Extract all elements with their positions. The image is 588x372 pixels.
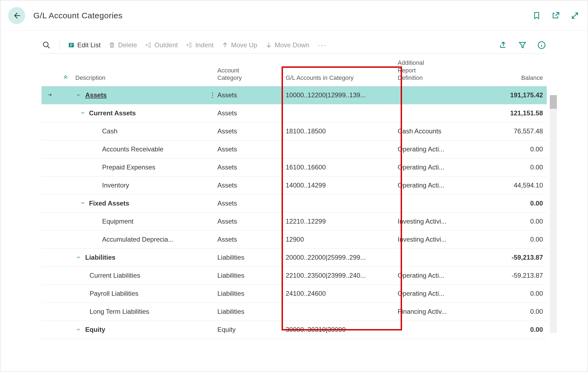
- description-cell[interactable]: Cash: [72, 122, 205, 140]
- chevron-down-icon[interactable]: [75, 254, 81, 260]
- chevron-down-icon[interactable]: [80, 200, 86, 206]
- edit-list-button[interactable]: Edit List: [68, 41, 101, 49]
- report-def-header[interactable]: Additional Report Definition: [394, 56, 465, 86]
- filter-button[interactable]: [518, 40, 527, 50]
- balance-cell[interactable]: 121,151.58: [465, 104, 547, 122]
- report-def-cell[interactable]: Cash Accounts: [394, 122, 465, 140]
- balance-cell[interactable]: -59,213.87: [465, 266, 547, 285]
- description-cell[interactable]: Inventory: [72, 176, 205, 194]
- report-def-cell[interactable]: [394, 248, 465, 266]
- table-row[interactable]: Accounts ReceivableAssetsOperating Acti.…: [42, 140, 547, 158]
- category-cell[interactable]: Equity: [214, 321, 282, 339]
- balance-cell[interactable]: 44,594.10: [465, 176, 547, 194]
- table-row[interactable]: Prepaid ExpensesAssets16100..16600Operat…: [42, 158, 547, 176]
- table-row[interactable]: CashAssets18100..18500Cash Accounts76,55…: [42, 122, 547, 140]
- category-cell[interactable]: Assets: [214, 140, 282, 158]
- gl-accounts-cell[interactable]: 16100..16600: [282, 158, 394, 176]
- gl-accounts-cell[interactable]: 22100..23500|23999..240...: [282, 266, 394, 285]
- report-def-cell[interactable]: [394, 321, 465, 339]
- description-header[interactable]: Description: [72, 56, 205, 86]
- gl-accounts-cell[interactable]: [282, 303, 394, 321]
- delete-button[interactable]: Delete: [109, 41, 137, 49]
- share-button[interactable]: [498, 40, 508, 50]
- description-cell[interactable]: Long Term Liabilities: [72, 303, 205, 321]
- balance-cell[interactable]: 191,175.42: [465, 86, 547, 104]
- report-def-cell[interactable]: [394, 86, 465, 104]
- report-def-cell[interactable]: Operating Acti...: [394, 285, 465, 303]
- move-up-button[interactable]: Move Up: [222, 41, 257, 49]
- table-row[interactable]: InventoryAssets14000..14299Operating Act…: [42, 176, 547, 194]
- vertical-scrollbar[interactable]: [550, 95, 557, 333]
- expand-cell[interactable]: [58, 86, 72, 104]
- chevron-down-icon[interactable]: [75, 327, 81, 333]
- search-button[interactable]: [42, 40, 51, 50]
- category-cell[interactable]: Assets: [214, 176, 282, 194]
- table-row[interactable]: EquipmentAssets12210..12299Investing Act…: [42, 212, 547, 230]
- row-menu-button[interactable]: ⋮: [205, 86, 214, 104]
- balance-cell[interactable]: -59,213.87: [465, 248, 547, 266]
- description-cell[interactable]: Accumulated Deprecia...: [72, 230, 205, 248]
- scrollbar-thumb[interactable]: [550, 95, 557, 109]
- description-cell[interactable]: Liabilities: [72, 248, 205, 266]
- table-row[interactable]: Long Term LiabilitiesLiabilitiesFinancin…: [42, 303, 547, 321]
- balance-cell[interactable]: 0.00: [465, 140, 547, 158]
- description-cell[interactable]: Payroll Liabilities: [72, 285, 205, 303]
- description-cell[interactable]: Prepaid Expenses: [72, 158, 205, 176]
- description-cell[interactable]: Current Liabilities: [72, 266, 205, 285]
- category-cell[interactable]: Liabilities: [214, 303, 282, 321]
- table-row[interactable]: Payroll LiabilitiesLiabilities24100..246…: [42, 285, 547, 303]
- chevron-down-icon[interactable]: [75, 92, 81, 98]
- report-def-cell[interactable]: [394, 104, 465, 122]
- category-cell[interactable]: Liabilities: [214, 266, 282, 285]
- table-row[interactable]: LiabilitiesLiabilities20000..22000|25999…: [42, 248, 547, 266]
- gl-accounts-cell[interactable]: 14000..14299: [282, 176, 394, 194]
- chevron-down-icon[interactable]: [80, 110, 86, 116]
- report-def-cell[interactable]: Operating Acti...: [394, 140, 465, 158]
- table-row[interactable]: Accumulated Deprecia...Assets12900Invest…: [42, 230, 547, 248]
- gl-accounts-cell[interactable]: 24100..24600: [282, 285, 394, 303]
- gl-accounts-cell[interactable]: 18100..18500: [282, 122, 394, 140]
- gl-accounts-cell[interactable]: [282, 194, 394, 212]
- description-cell[interactable]: Fixed Assets: [72, 194, 205, 212]
- bookmark-button[interactable]: [532, 11, 542, 20]
- info-button[interactable]: [537, 40, 546, 50]
- category-cell[interactable]: Liabilities: [214, 285, 282, 303]
- description-cell[interactable]: Current Assets: [72, 104, 205, 122]
- table-row[interactable]: EquityEquity30000..30310|399990.00: [42, 321, 547, 339]
- gl-accounts-header[interactable]: G/L Accounts in Category: [282, 56, 394, 86]
- gl-accounts-cell[interactable]: 10000..12200|12999..139...: [282, 86, 394, 104]
- balance-cell[interactable]: 0.00: [465, 230, 547, 248]
- gl-accounts-cell[interactable]: [282, 140, 394, 158]
- report-def-cell[interactable]: Investing Activi...: [394, 230, 465, 248]
- category-cell[interactable]: Assets: [214, 86, 282, 104]
- balance-cell[interactable]: 0.00: [465, 158, 547, 176]
- category-header[interactable]: Account Category: [214, 56, 282, 86]
- expand-button[interactable]: [570, 11, 580, 20]
- category-cell[interactable]: Assets: [214, 194, 282, 212]
- outdent-button[interactable]: Outdent: [145, 41, 178, 49]
- category-cell[interactable]: Assets: [214, 158, 282, 176]
- gl-accounts-cell[interactable]: 12210..12299: [282, 212, 394, 230]
- table-row[interactable]: Fixed AssetsAssets0.00: [42, 194, 547, 212]
- gl-accounts-cell[interactable]: 20000..22000|25999..299...: [282, 248, 394, 266]
- balance-cell[interactable]: 76,557.48: [465, 122, 547, 140]
- balance-cell[interactable]: 0.00: [465, 303, 547, 321]
- table-row[interactable]: Assets⋮Assets10000..12200|12999..139...1…: [42, 86, 547, 104]
- report-def-cell[interactable]: Operating Acti...: [394, 176, 465, 194]
- table-row[interactable]: Current LiabilitiesLiabilities22100..235…: [42, 266, 547, 285]
- popout-button[interactable]: [551, 11, 561, 20]
- collapse-all-header[interactable]: [58, 56, 72, 86]
- gl-accounts-cell[interactable]: [282, 104, 394, 122]
- report-def-cell[interactable]: Financing Activ...: [394, 303, 465, 321]
- category-cell[interactable]: Assets: [214, 212, 282, 230]
- balance-cell[interactable]: 0.00: [465, 212, 547, 230]
- report-def-cell[interactable]: [394, 194, 465, 212]
- category-cell[interactable]: Liabilities: [214, 248, 282, 266]
- back-button[interactable]: [8, 7, 25, 24]
- indent-button[interactable]: Indent: [186, 41, 214, 49]
- balance-header[interactable]: Balance: [465, 56, 547, 86]
- report-def-cell[interactable]: Investing Activi...: [394, 212, 465, 230]
- description-cell[interactable]: Equipment: [72, 212, 205, 230]
- balance-cell[interactable]: 0.00: [465, 285, 547, 303]
- category-cell[interactable]: Assets: [214, 122, 282, 140]
